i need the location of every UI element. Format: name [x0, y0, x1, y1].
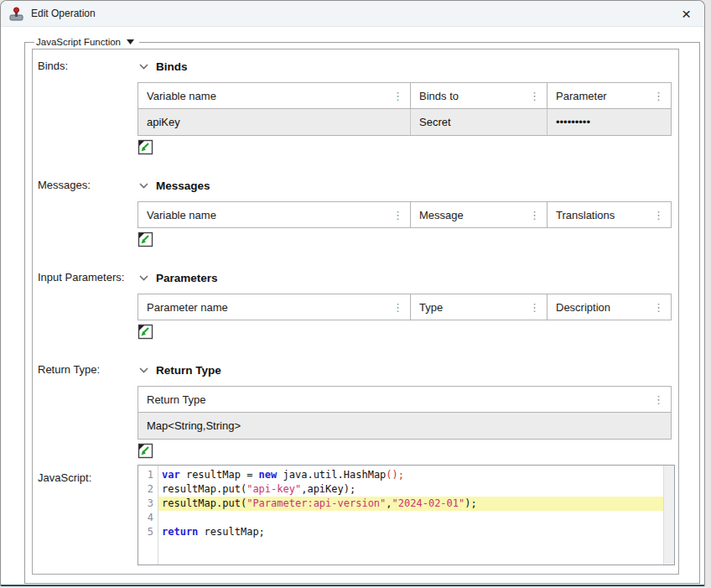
return-type-section: Return Type: Return Type Return Type: [35, 355, 678, 459]
column-header-label: Variable name: [147, 209, 389, 221]
window-title: Edit Operation: [31, 8, 96, 19]
code-token: "2024-02-01": [392, 497, 465, 509]
column-menu-icon[interactable]: ⋮: [650, 301, 664, 314]
line-number: 2: [138, 482, 158, 497]
parameters-col-type[interactable]: Type ⋮: [411, 294, 548, 320]
code-token: resultMap.put(: [162, 497, 247, 509]
messages-col-variable-name[interactable]: Variable name ⋮: [138, 202, 411, 227]
code-token: resultMap.put(: [162, 483, 247, 495]
code-token: resultMap =: [180, 469, 259, 481]
messages-section: Messages: Messages Variable name: [35, 170, 678, 247]
column-menu-icon[interactable]: ⋮: [389, 301, 403, 314]
chevron-down-icon[interactable]: [139, 64, 148, 70]
edit-operation-dialog: Edit Operation × JavaScript Function Bin…: [0, 0, 705, 586]
parameters-col-description[interactable]: Description ⋮: [548, 294, 671, 320]
code-token: "api-key": [247, 483, 301, 495]
column-menu-icon[interactable]: ⋮: [650, 209, 664, 221]
code-token: return: [162, 526, 198, 538]
binds-section: Binds: Binds Variable name: [35, 51, 678, 155]
line-number-gutter: 1 2 3 4 5: [138, 466, 158, 565]
line-number: 4: [138, 511, 158, 525]
code-line-5: return resultMap;: [158, 525, 663, 539]
line-number: 1: [138, 468, 158, 482]
binds-col-binds-to[interactable]: Binds to ⋮: [411, 83, 548, 108]
javascript-label: JavaScript:: [35, 464, 138, 565]
footer-button-bar: Save Test JavaScript Cancel: [1, 584, 704, 588]
chevron-down-icon[interactable]: [139, 275, 148, 281]
column-menu-icon[interactable]: ⋮: [526, 301, 540, 314]
binds-cell-binds-to[interactable]: Secret: [411, 109, 548, 135]
code-token: java.util.HashMap: [277, 469, 386, 481]
column-menu-icon[interactable]: ⋮: [389, 90, 403, 102]
column-header-label: Type: [419, 301, 526, 314]
binds-col-parameter[interactable]: Parameter ⋮: [548, 83, 671, 108]
column-menu-icon[interactable]: ⋮: [526, 209, 540, 221]
parameters-collapse-header[interactable]: Parameters: [139, 270, 675, 285]
code-token: );: [464, 497, 476, 509]
add-row-icon: [138, 443, 153, 459]
javascript-section: JavaScript: 1 2 3 4 5 var resultMap: [35, 464, 678, 565]
group-label: JavaScript Function: [36, 37, 121, 47]
messages-label: Messages:: [35, 170, 138, 247]
code-line-2: resultMap.put("api-key",apiKey);: [158, 482, 663, 497]
return-type-add-row-button[interactable]: [138, 443, 153, 459]
chevron-down-icon[interactable]: [139, 367, 148, 373]
function-type-dropdown-icon[interactable]: [127, 39, 134, 44]
binds-row: apiKey Secret •••••••••: [138, 108, 671, 135]
binds-cell-parameter[interactable]: •••••••••: [548, 109, 671, 135]
code-token: ,: [386, 497, 392, 509]
column-menu-icon[interactable]: ⋮: [526, 90, 540, 102]
return-type-label: Return Type:: [35, 355, 138, 459]
chevron-down-icon[interactable]: [139, 183, 148, 189]
return-type-table: Return Type ⋮ Map<String,String>: [138, 386, 672, 440]
code-token: ();: [386, 469, 404, 481]
parameters-label: Input Parameters:: [35, 263, 138, 340]
group-legend: JavaScript Function: [34, 37, 139, 47]
javascript-code-editor[interactable]: 1 2 3 4 5 var resultMap = new java.util.…: [138, 465, 675, 565]
return-type-row: Map<String,String>: [138, 412, 671, 439]
column-header-label: Return Type: [147, 393, 650, 406]
binds-add-row-button[interactable]: [138, 139, 153, 155]
messages-col-message[interactable]: Message ⋮: [411, 202, 548, 227]
return-type-title: Return Type: [156, 364, 221, 377]
code-line-1: var resultMap = new java.util.HashMap();: [158, 468, 663, 482]
parameters-table: Parameter name ⋮ Type ⋮ Description ⋮: [138, 294, 672, 320]
column-header-label: Description: [556, 301, 650, 314]
code-line-4: [158, 511, 663, 525]
return-type-cell[interactable]: Map<String,String>: [138, 413, 671, 439]
add-row-icon: [138, 139, 153, 155]
code-token: resultMap;: [198, 526, 264, 538]
function-panel: Binds: Binds Variable name: [32, 49, 679, 575]
messages-collapse-header[interactable]: Messages: [139, 178, 675, 193]
parameters-col-parameter-name[interactable]: Parameter name ⋮: [138, 294, 411, 320]
column-header-label: Parameter: [556, 90, 650, 102]
binds-cell-variable-name[interactable]: apiKey: [138, 109, 411, 135]
parameters-add-row-button[interactable]: [138, 324, 153, 340]
editor-scrollbar[interactable]: [663, 466, 674, 565]
binds-collapse-header[interactable]: Binds: [139, 59, 675, 74]
messages-col-translations[interactable]: Translations ⋮: [548, 202, 671, 227]
column-header-label: Binds to: [419, 90, 526, 102]
dialog-body: JavaScript Function Binds: Binds: [1, 27, 704, 588]
code-area[interactable]: var resultMap = new java.util.HashMap();…: [158, 466, 663, 565]
binds-col-variable-name[interactable]: Variable name ⋮: [138, 83, 411, 108]
line-number: 5: [138, 525, 158, 539]
return-type-col[interactable]: Return Type ⋮: [138, 387, 671, 412]
parameters-title: Parameters: [156, 272, 218, 284]
column-header-label: Variable name: [147, 90, 389, 102]
line-number: 3: [138, 497, 158, 511]
code-line-3-highlighted: resultMap.put("Parameter:api-version","2…: [158, 497, 663, 511]
messages-add-row-button[interactable]: [138, 232, 153, 247]
column-menu-icon[interactable]: ⋮: [389, 209, 403, 221]
column-header-label: Parameter name: [147, 301, 389, 314]
column-header-label: Message: [419, 209, 526, 221]
return-type-collapse-header[interactable]: Return Type: [139, 362, 675, 377]
code-token: ,apiKey);: [301, 483, 356, 495]
messages-title: Messages: [156, 180, 210, 192]
binds-label: Binds:: [35, 51, 138, 155]
app-icon: [9, 7, 23, 21]
close-icon[interactable]: ×: [677, 6, 696, 22]
titlebar[interactable]: Edit Operation ×: [1, 1, 704, 27]
column-menu-icon[interactable]: ⋮: [650, 90, 664, 102]
column-menu-icon[interactable]: ⋮: [650, 393, 664, 406]
